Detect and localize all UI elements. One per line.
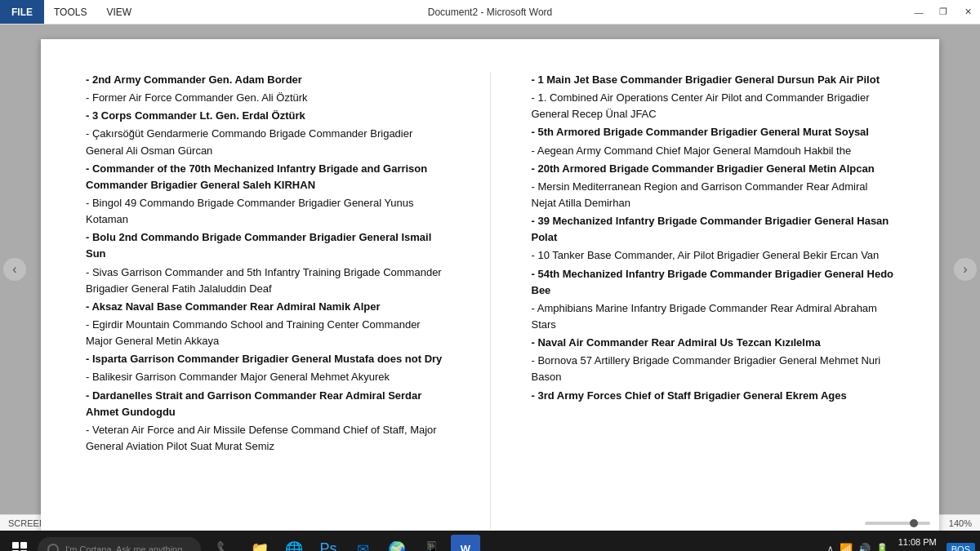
right-col-item: - Amphibians Marine Infantry Brigade Com…: [532, 300, 895, 333]
view-menu[interactable]: VIEW: [96, 0, 141, 24]
right-col-item: - 1 Main Jet Base Commander Brigadier Ge…: [532, 72, 895, 88]
right-col-item: - 54th Mechanized Infantry Brigade Comma…: [532, 266, 895, 299]
cortana-icon: [47, 544, 59, 552]
taskbar-globe-icon[interactable]: 🌍: [382, 535, 412, 552]
left-col-item: - Çakırsöğüt Gendarmerie Commando Brigad…: [86, 126, 449, 158]
wifi-icon[interactable]: 📶: [840, 543, 853, 551]
left-col-item: - 3 Corps Commander Lt. Gen. Erdal Öztür…: [86, 108, 449, 124]
taskbar-viber-icon[interactable]: 📱: [416, 535, 446, 552]
volume-icon[interactable]: 🔊: [858, 543, 871, 551]
battery-icon[interactable]: 🔋: [875, 543, 889, 551]
start-button[interactable]: [5, 535, 34, 552]
tools-menu[interactable]: TOOLS: [44, 0, 96, 24]
right-col-item: - Aegean Army Command Chief Major Genera…: [532, 143, 895, 159]
right-col-item: - Naval Air Commander Rear Admiral Us Te…: [532, 335, 895, 351]
left-col-item: - Commander of the 70th Mechanized Infan…: [86, 161, 449, 193]
left-col-item: - 2nd Army Commander Gen. Adam Border: [86, 72, 449, 88]
left-col-item: - Aksaz Naval Base Commander Rear Admira…: [86, 299, 449, 315]
taskbar-email-icon[interactable]: ✉: [348, 535, 377, 552]
column-divider: [490, 72, 491, 529]
cortana-placeholder: I'm Cortana. Ask me anything.: [65, 544, 185, 552]
zoom-slider[interactable]: [865, 522, 930, 525]
bos-badge[interactable]: BOS: [947, 543, 975, 552]
left-col-item: - Egirdir Mountain Commando School and T…: [86, 317, 449, 349]
zoom-level: 140%: [949, 518, 972, 528]
cortana-search[interactable]: I'm Cortana. Ask me anything.: [38, 537, 201, 552]
minimize-button[interactable]: —: [906, 0, 931, 24]
left-column: - 2nd Army Commander Gen. Adam Border- F…: [86, 72, 449, 529]
right-col-item: - 20th Armored Brigade Commander Brigadi…: [532, 161, 895, 177]
window-title: Document2 - Microsoft Word: [428, 7, 553, 18]
tray-up-arrow[interactable]: ∧: [826, 543, 835, 551]
taskbar: I'm Cortana. Ask me anything. 📞 📁 🌐 Ps ✉…: [0, 531, 980, 551]
right-column: - 1 Main Jet Base Commander Brigadier Ge…: [532, 72, 895, 529]
left-col-item: - Dardanelles Strait and Garrison Comman…: [86, 388, 449, 420]
taskbar-word-icon[interactable]: W: [451, 535, 480, 552]
left-col-item: - Isparta Garrison Commander Brigadier G…: [86, 351, 449, 367]
windows-logo: [12, 542, 27, 552]
left-col-item: - Bolu 2nd Commando Brigade Commander Br…: [86, 229, 449, 262]
taskbar-icons: 📞 📁 🌐 Ps ✉ 🌍 📱 W: [211, 535, 480, 552]
left-col-item: - Balikesir Garrison Commander Major Gen…: [86, 369, 449, 385]
taskbar-chrome-icon[interactable]: 🌐: [279, 535, 309, 552]
taskbar-phone-icon[interactable]: 📞: [211, 535, 240, 552]
taskbar-left: I'm Cortana. Ask me anything. 📞 📁 🌐 Ps ✉…: [5, 535, 480, 552]
right-col-item: - 1. Combined Air Operations Center Air …: [532, 90, 895, 122]
zoom-thumb: [910, 519, 918, 527]
taskbar-right: ∧ 📶 🔊 🔋 11:08 PM 17-Jul-16 BOS: [826, 536, 975, 551]
left-col-item: - Veteran Air Force and Air Missile Defe…: [86, 422, 449, 455]
system-tray: ∧ 📶 🔊 🔋: [826, 543, 889, 551]
title-bar: FILE TOOLS VIEW Document2 - Microsoft Wo…: [0, 0, 980, 24]
close-button[interactable]: ✕: [956, 0, 980, 24]
right-col-item: - 39 Mechanized Infantry Brigade Command…: [532, 213, 895, 246]
next-page-arrow[interactable]: ›: [954, 258, 977, 281]
clock-time: 11:08 PM: [898, 536, 937, 549]
system-clock[interactable]: 11:08 PM 17-Jul-16: [892, 536, 943, 551]
left-col-item: - Sivas Garrison Commander and 5th Infan…: [86, 264, 449, 297]
right-col-item: - Bornova 57 Artillery Brigade Commander…: [532, 353, 895, 385]
taskbar-folder-icon[interactable]: 📁: [245, 535, 274, 552]
right-col-item: - 10 Tanker Base Commander, Air Pilot Br…: [532, 247, 895, 264]
window-controls: — ❐ ✕: [906, 0, 980, 24]
document-page: - 2nd Army Commander Gen. Adam Border- F…: [41, 39, 939, 551]
document-area: ‹ - 2nd Army Commander Gen. Adam Border-…: [0, 24, 980, 514]
taskbar-ps-icon[interactable]: Ps: [314, 535, 343, 552]
file-menu[interactable]: FILE: [0, 0, 44, 24]
prev-page-arrow[interactable]: ‹: [3, 258, 26, 281]
left-col-item: - Former Air Force Commander Gen. Ali Öz…: [86, 90, 449, 106]
restore-button[interactable]: ❐: [931, 0, 956, 24]
menu-bar: FILE TOOLS VIEW: [0, 0, 141, 24]
left-col-item: - Bingol 49 Commando Brigade Commander B…: [86, 195, 449, 228]
right-col-item: - 3rd Army Forces Chief of Staff Brigadi…: [532, 388, 895, 404]
right-col-item: - 5th Armored Brigade Commander Brigadie…: [532, 124, 895, 140]
right-col-item: - Mersin Mediterranean Region and Garris…: [532, 179, 895, 211]
